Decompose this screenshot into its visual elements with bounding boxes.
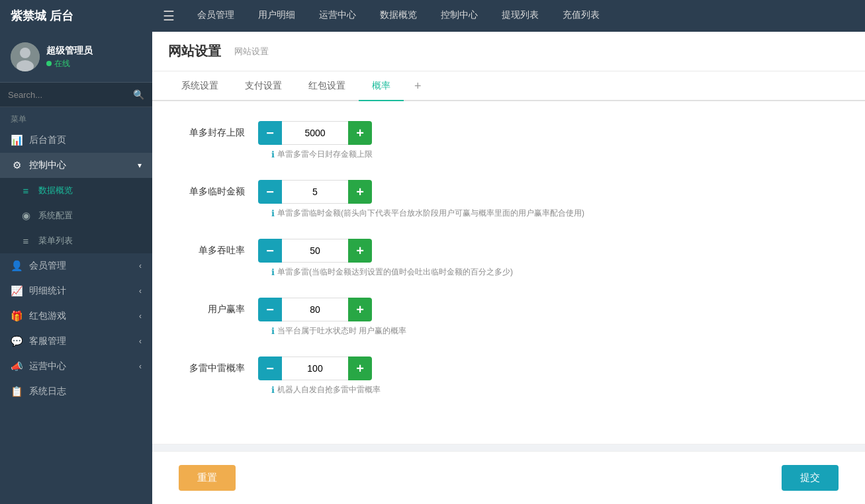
breadcrumb: 网站设置 xyxy=(234,46,269,58)
minus-button-3[interactable]: − xyxy=(258,298,282,321)
form-field-2: 单多吞吐率 − + xyxy=(179,239,839,263)
field-label-0: 单多封存上限 xyxy=(179,127,258,139)
nav-item-userdetail[interactable]: 用户明细 xyxy=(246,0,307,32)
top-nav-menu: 会员管理 用户明细 运营中心 数据概览 控制中心 提现列表 充值列表 xyxy=(185,0,612,32)
sidebar-item-redpacket[interactable]: 🎁 红包游戏 ‹ xyxy=(0,304,152,329)
sidebar-sub-control: ≡ 数据概览 ◉ 系统配置 ≡ 菜单列表 xyxy=(0,178,152,253)
nav-item-withdrawal[interactable]: 提现列表 xyxy=(490,0,551,32)
minus-button-4[interactable]: − xyxy=(258,357,282,380)
chevron-right-icon: ‹ xyxy=(139,312,142,321)
value-input-3[interactable] xyxy=(282,298,348,321)
members-icon: 👤 xyxy=(11,260,23,272)
field-hint-0: ℹ 单雷多雷今日封存金额上限 xyxy=(179,149,839,160)
minus-button-2[interactable]: − xyxy=(258,239,282,263)
sidebar-item-controlcenter[interactable]: ⚙ 控制中心 ▾ xyxy=(0,153,152,178)
sidebar-search-bar: 🔍 xyxy=(0,83,152,107)
number-input-1: − + xyxy=(258,180,372,204)
field-row-4: 多雷中雷概率 − + ℹ 机器人自发自抢多雷中雷概率 xyxy=(179,357,839,396)
sidebar-item-label: 系统配置 xyxy=(38,210,73,222)
plus-button-4[interactable]: + xyxy=(348,357,372,380)
plus-button-1[interactable]: + xyxy=(348,180,372,204)
sidebar-item-operations[interactable]: 📣 运营中心 ‹ xyxy=(0,354,152,379)
field-row-1: 单多临时金额 − + ℹ 单雷多雷临时金额(箭头向下代表平台放水阶段用户可赢与概… xyxy=(179,180,839,219)
info-icon-4: ℹ xyxy=(271,385,275,395)
minus-button-0[interactable]: − xyxy=(258,121,282,145)
brand: 紫禁城 后台 xyxy=(0,8,152,24)
main-layout: 超级管理员 在线 🔍 菜单 📊 后台首页 ⚙ 控制中心 ▾ ≡ xyxy=(0,32,865,504)
sidebar: 超级管理员 在线 🔍 菜单 📊 后台首页 ⚙ 控制中心 ▾ ≡ xyxy=(0,32,152,504)
sidebar-item-menulist[interactable]: ≡ 菜单列表 xyxy=(0,228,152,253)
search-input[interactable] xyxy=(8,90,133,100)
number-input-0: − + xyxy=(258,121,372,145)
submit-button[interactable]: 提交 xyxy=(782,465,839,491)
search-icon[interactable]: 🔍 xyxy=(133,89,144,100)
field-label-4: 多雷中雷概率 xyxy=(179,362,258,374)
tab-redpacket-settings[interactable]: 红包设置 xyxy=(295,72,359,101)
sidebar-item-dashboard[interactable]: 📊 后台首页 xyxy=(0,128,152,153)
tab-payment-settings[interactable]: 支付设置 xyxy=(232,72,295,101)
ops-icon: 📣 xyxy=(11,360,23,372)
controlcenter-icon: ⚙ xyxy=(11,159,23,171)
minus-button-1[interactable]: − xyxy=(258,180,282,204)
number-input-3: − + xyxy=(258,298,372,321)
tab-add-button[interactable]: + xyxy=(404,71,432,101)
content-area: 网站设置 网站设置 系统设置 支付设置 红包设置 概率 + 单多封存上限 − + xyxy=(152,32,865,504)
hint-text-3: 当平台属于吐水状态时 用户赢的概率 xyxy=(277,325,406,337)
hint-text-1: 单雷多雷临时金额(箭头向下代表平台放水阶段用户可赢与概率里面的用户赢率配合使用) xyxy=(277,208,584,219)
nav-item-operations[interactable]: 运营中心 xyxy=(307,0,368,32)
top-nav: 紫禁城 后台 ☰ 会员管理 用户明细 运营中心 数据概览 控制中心 提现列表 充… xyxy=(0,0,865,32)
stats-icon: 📈 xyxy=(11,285,23,297)
chevron-right-icon: ‹ xyxy=(139,362,142,371)
svg-point-1 xyxy=(20,48,30,58)
sidebar-item-syslog[interactable]: 📋 系统日志 xyxy=(0,379,152,404)
info-icon-3: ℹ xyxy=(271,326,275,336)
form-field-0: 单多封存上限 − + xyxy=(179,121,839,145)
tab-probability[interactable]: 概率 xyxy=(359,72,404,101)
sidebar-item-label: 红包游戏 xyxy=(29,310,66,322)
value-input-2[interactable] xyxy=(282,239,348,263)
sidebar-user: 超级管理员 在线 xyxy=(0,32,152,83)
sidebar-item-members[interactable]: 👤 会员管理 ‹ xyxy=(0,253,152,278)
nav-item-controlcenter[interactable]: 控制中心 xyxy=(429,0,490,32)
field-label-1: 单多临时金额 xyxy=(179,186,258,198)
sidebar-item-statistics[interactable]: 📈 明细统计 ‹ xyxy=(0,278,152,304)
nav-item-dataoverview[interactable]: 数据概览 xyxy=(368,0,429,32)
number-input-2: − + xyxy=(258,239,372,263)
field-hint-2: ℹ 单雷多雷(当临时金额达到设置的值时会吐出临时金额的百分之多少) xyxy=(179,267,839,278)
sidebar-username: 超级管理员 xyxy=(46,45,93,57)
nav-item-members[interactable]: 会员管理 xyxy=(185,0,246,32)
redpacket-icon: 🎁 xyxy=(11,310,23,322)
nav-item-recharge[interactable]: 充值列表 xyxy=(551,0,612,32)
info-icon-2: ℹ xyxy=(271,267,275,277)
field-row-2: 单多吞吐率 − + ℹ 单雷多雷(当临时金额达到设置的值时会吐出临时金额的百分之… xyxy=(179,239,839,278)
list-icon: ≡ xyxy=(20,185,32,196)
field-label-3: 用户赢率 xyxy=(179,304,258,315)
form-footer: 重置 提交 xyxy=(152,451,865,504)
plus-button-0[interactable]: + xyxy=(348,121,372,145)
reset-button[interactable]: 重置 xyxy=(179,465,236,491)
page-header: 网站设置 网站设置 xyxy=(152,32,865,71)
form-field-3: 用户赢率 − + xyxy=(179,298,839,321)
plus-button-2[interactable]: + xyxy=(348,239,372,263)
hamburger-button[interactable]: ☰ xyxy=(152,8,185,24)
form-field-4: 多雷中雷概率 − + xyxy=(179,357,839,380)
page-title: 网站设置 xyxy=(168,42,221,60)
status-label: 在线 xyxy=(54,58,70,69)
form-content: 单多封存上限 − + ℹ 单雷多雷今日封存金额上限 单多临时金额 xyxy=(152,101,865,444)
footer-divider xyxy=(152,444,865,444)
sidebar-item-label: 系统日志 xyxy=(29,386,66,398)
sidebar-item-customerservice[interactable]: 💬 客服管理 ‹ xyxy=(0,329,152,354)
value-input-1[interactable] xyxy=(282,180,348,204)
sidebar-item-label: 菜单列表 xyxy=(38,235,73,247)
value-input-0[interactable] xyxy=(282,121,348,145)
field-hint-3: ℹ 当平台属于吐水状态时 用户赢的概率 xyxy=(179,325,839,337)
sidebar-item-label: 运营中心 xyxy=(29,360,66,372)
tab-system-settings[interactable]: 系统设置 xyxy=(168,72,232,101)
plus-button-3[interactable]: + xyxy=(348,298,372,321)
sidebar-item-sysconfig[interactable]: ◉ 系统配置 xyxy=(0,203,152,228)
sidebar-item-dataoverview[interactable]: ≡ 数据概览 xyxy=(0,178,152,203)
value-input-4[interactable] xyxy=(282,357,348,380)
field-row-3: 用户赢率 − + ℹ 当平台属于吐水状态时 用户赢的概率 xyxy=(179,298,839,337)
form-field-1: 单多临时金额 − + xyxy=(179,180,839,204)
sidebar-user-info: 超级管理员 在线 xyxy=(46,45,93,69)
